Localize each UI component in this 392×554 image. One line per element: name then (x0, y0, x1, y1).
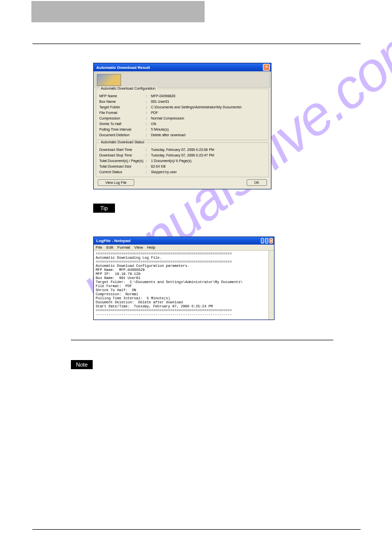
cfg-label: File Format (99, 110, 146, 115)
status-label: Download Start Time (99, 147, 146, 152)
notepad-text-area[interactable]: ========================================… (94, 251, 274, 320)
cfg-label: Box Name (99, 99, 146, 104)
status-value: Tuesday, February 07, 2006 6:23:06 PM (151, 147, 265, 152)
cfg-value: 5 Minute(s) (151, 127, 265, 132)
cfg-value: 001 User01 (151, 99, 265, 104)
cfg-value: Delete after download (151, 132, 265, 138)
status-value: Tuesday, February 07, 2006 6:23:47 PM (151, 152, 265, 158)
notepad-titlebar: LogFile - Notepad _ □ × (94, 237, 274, 245)
cfg-value: PDF (151, 110, 265, 115)
status-value: Stopped by user (151, 169, 265, 175)
cfg-label: Document Deletion (99, 132, 146, 138)
horizontal-rule-mid (71, 340, 333, 340)
menu-format[interactable]: Format (117, 245, 130, 250)
cfg-label: MFP Name (99, 93, 146, 99)
cfg-label: Compression (99, 115, 146, 121)
menu-view[interactable]: View (134, 245, 143, 250)
close-icon[interactable]: × (263, 64, 270, 71)
close-icon[interactable]: × (269, 238, 273, 244)
note-badge: Note (71, 360, 93, 369)
group-legend: Automatic Download Status (99, 140, 146, 144)
notepad-title: LogFile - Notepad (96, 239, 131, 243)
download-result-dialog: Automatic Download Result × Automatic Do… (93, 63, 271, 189)
cfg-value: ON (151, 121, 265, 127)
cfg-value: C:\Documents and Settings\Administrator\… (151, 104, 265, 110)
status-label: Current Status (99, 169, 146, 175)
view-log-button[interactable]: View Log File (98, 179, 134, 186)
scrollbar[interactable] (268, 251, 274, 320)
maximize-icon[interactable]: □ (265, 238, 268, 244)
download-config-group: Automatic Download Configuration MFP Nam… (96, 89, 269, 140)
status-label: Total Document(s) / Page(s) (99, 158, 146, 164)
cfg-label: Polling Time Interval (99, 127, 146, 132)
menu-help[interactable]: Help (147, 245, 155, 250)
download-folder-icon (97, 74, 121, 86)
menu-edit[interactable]: Edit (106, 245, 113, 250)
ok-button[interactable]: OK (247, 179, 267, 186)
notepad-window: LogFile - Notepad _ □ × File Edit Format… (93, 236, 275, 320)
cfg-value: Normal Compression (151, 115, 265, 121)
horizontal-rule-top (32, 44, 361, 44)
tip-badge: Tip (93, 204, 115, 213)
notepad-menubar: File Edit Format View Help (94, 245, 274, 251)
download-status-group: Automatic Download Status Download Start… (96, 142, 269, 177)
menu-file[interactable]: File (96, 245, 102, 250)
minimize-icon[interactable]: _ (261, 238, 264, 244)
group-legend: Automatic Download Configuration (99, 87, 157, 90)
status-value: 82.64 KB (151, 164, 265, 169)
dialog-titlebar: Automatic Download Result × (94, 63, 271, 71)
header-gray-block (31, 1, 205, 22)
dialog-title: Automatic Download Result (96, 65, 150, 70)
cfg-value: MFP-04998820 (151, 93, 265, 99)
horizontal-rule-bottom (32, 529, 361, 530)
status-value: 1 Document(s)/ 6 Page(s) (151, 158, 265, 164)
status-label: Download Stop Time (99, 152, 146, 158)
dialog-toolbar (95, 72, 270, 88)
status-label: Total Download Size (99, 164, 146, 169)
cfg-label: Target Folder (99, 104, 146, 110)
cfg-label: Shrink To Half (99, 121, 146, 127)
